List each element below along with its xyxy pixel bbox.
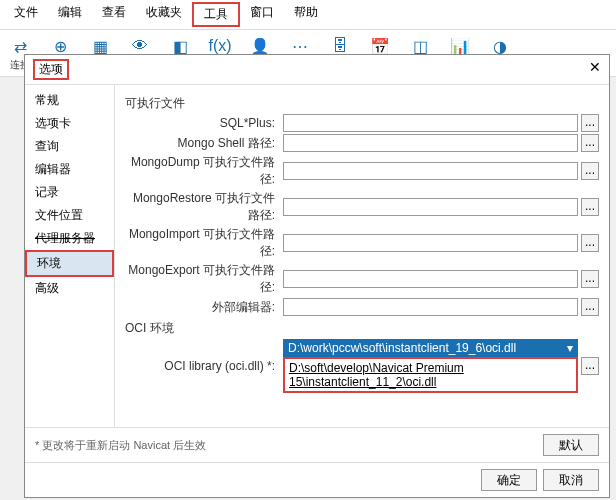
menu-fav[interactable]: 收藏夹 (136, 2, 192, 27)
section-executables: 可执行文件 (125, 95, 599, 112)
label-mongorestore: MongoRestore 可执行文件路径: (125, 190, 283, 224)
input-mongodump[interactable] (283, 162, 578, 180)
input-mongorestore[interactable] (283, 198, 578, 216)
options-dialog: 选项 ✕ 常规 选项卡 查询 编辑器 记录 文件位置 代理服务器 环境 高级 可… (24, 54, 610, 498)
label-mongoexport: MongoExport 可执行文件路径: (125, 262, 283, 296)
oci-option[interactable]: D:\soft\develop\Navicat Premium 15\insta… (283, 357, 578, 393)
label-oci: OCI library (oci.dll) *: (125, 359, 283, 373)
label-exteditor: 外部编辑器: (125, 299, 283, 316)
chevron-down-icon: ▾ (567, 341, 573, 355)
browse-exteditor[interactable]: ... (581, 298, 599, 316)
label-sqlplus: SQL*Plus: (125, 116, 283, 130)
sidebar-item-fileloc[interactable]: 文件位置 (25, 204, 114, 227)
menu-view[interactable]: 查看 (92, 2, 136, 27)
sidebar-item-query[interactable]: 查询 (25, 135, 114, 158)
browse-mongoimport[interactable]: ... (581, 234, 599, 252)
browse-mongorestore[interactable]: ... (581, 198, 599, 216)
sidebar-item-tabs[interactable]: 选项卡 (25, 112, 114, 135)
menu-tools[interactable]: 工具 (192, 2, 240, 27)
default-button[interactable]: 默认 (543, 434, 599, 456)
restart-note: * 更改将于重新启动 Navicat 后生效 (35, 438, 206, 453)
sidebar-item-record[interactable]: 记录 (25, 181, 114, 204)
cancel-button[interactable]: 取消 (543, 469, 599, 491)
menu-bar: 文件 编辑 查看 收藏夹 工具 窗口 帮助 (0, 0, 616, 30)
browse-oci[interactable]: ... (581, 357, 599, 375)
label-mongoimport: MongoImport 可执行文件路径: (125, 226, 283, 260)
options-main: 可执行文件 SQL*Plus:... Mongo Shell 路径:... Mo… (115, 85, 609, 427)
ok-button[interactable]: 确定 (481, 469, 537, 491)
sidebar-item-editor[interactable]: 编辑器 (25, 158, 114, 181)
browse-mongoshell[interactable]: ... (581, 134, 599, 152)
oci-selected-text: D:\work\pccw\soft\instantclient_19_6\oci… (288, 341, 516, 355)
browse-mongoexport[interactable]: ... (581, 270, 599, 288)
input-exteditor[interactable] (283, 298, 578, 316)
browse-mongodump[interactable]: ... (581, 162, 599, 180)
menu-edit[interactable]: 编辑 (48, 2, 92, 27)
label-mongoshell: Mongo Shell 路径: (125, 135, 283, 152)
oci-selected-value[interactable]: D:\work\pccw\soft\instantclient_19_6\oci… (283, 339, 578, 357)
dialog-footer-ok: 确定 取消 (25, 462, 609, 497)
input-sqlplus[interactable] (283, 114, 578, 132)
input-mongoimport[interactable] (283, 234, 578, 252)
sidebar-item-general[interactable]: 常规 (25, 89, 114, 112)
dialog-title: 选项 (33, 59, 69, 80)
oci-select[interactable]: D:\work\pccw\soft\instantclient_19_6\oci… (283, 339, 578, 393)
browse-sqlplus[interactable]: ... (581, 114, 599, 132)
dialog-footer: * 更改将于重新启动 Navicat 后生效 默认 (25, 427, 609, 462)
sidebar-item-proxy[interactable]: 代理服务器 (25, 227, 114, 250)
dialog-header: 选项 ✕ (25, 55, 609, 85)
menu-file[interactable]: 文件 (4, 2, 48, 27)
sidebar-item-env[interactable]: 环境 (25, 250, 114, 277)
menu-help[interactable]: 帮助 (284, 2, 328, 27)
input-mongoshell[interactable] (283, 134, 578, 152)
label-mongodump: MongoDump 可执行文件路径: (125, 154, 283, 188)
input-mongoexport[interactable] (283, 270, 578, 288)
sidebar-item-adv[interactable]: 高级 (25, 277, 114, 300)
menu-window[interactable]: 窗口 (240, 2, 284, 27)
section-oci: OCI 环境 (125, 320, 599, 337)
close-icon[interactable]: ✕ (589, 59, 601, 80)
options-sidebar: 常规 选项卡 查询 编辑器 记录 文件位置 代理服务器 环境 高级 (25, 85, 115, 427)
